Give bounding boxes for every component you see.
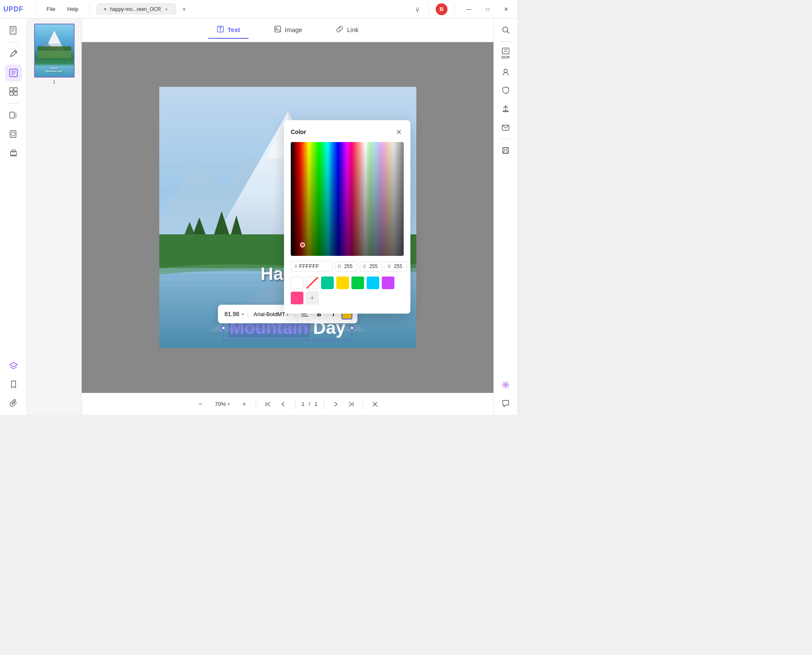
- sidebar-item-bookmark[interactable]: [5, 376, 22, 393]
- sidebar-item-organize[interactable]: [5, 83, 22, 100]
- tab-dropdown-button[interactable]: ∨: [415, 5, 420, 14]
- menu-file[interactable]: File: [43, 4, 60, 14]
- maximize-button[interactable]: □: [480, 3, 495, 15]
- r-input-group[interactable]: R: [335, 261, 357, 271]
- svg-rect-62: [504, 148, 507, 150]
- user-avatar[interactable]: B: [436, 3, 448, 15]
- sep1: [35, 5, 36, 13]
- rs-ai-button[interactable]: [498, 377, 514, 393]
- tab-close-button[interactable]: ×: [163, 6, 169, 12]
- svg-point-59: [504, 69, 507, 72]
- sidebar-item-stamp[interactable]: [5, 144, 22, 161]
- sidebar-item-extract[interactable]: [5, 126, 22, 142]
- tab-text-label: Text: [228, 26, 240, 33]
- hex-value-input[interactable]: [299, 263, 329, 269]
- add-color-button[interactable]: +: [306, 292, 319, 304]
- zoom-out-button[interactable]: −: [194, 398, 206, 410]
- tab-image[interactable]: Image: [265, 22, 311, 39]
- rs-ocr-button[interactable]: OCR: [498, 45, 514, 61]
- swatch-pink[interactable]: [291, 292, 303, 304]
- svg-rect-9: [10, 88, 13, 91]
- sidebar-item-edit[interactable]: [5, 64, 22, 81]
- selection-handle-left: [221, 326, 225, 330]
- rs-protect-button[interactable]: [498, 82, 514, 98]
- rs-share-button[interactable]: [498, 101, 514, 117]
- zoom-dropdown-arrow[interactable]: ▾: [228, 402, 230, 406]
- svg-rect-16: [11, 151, 16, 155]
- swatch-green[interactable]: [351, 276, 364, 289]
- sidebar-item-layers[interactable]: [5, 357, 22, 374]
- dark-overlay: [291, 142, 404, 256]
- swatch-cyan[interactable]: [367, 276, 379, 289]
- swatch-yellow[interactable]: [336, 276, 349, 289]
- rs-ocr-label: OCR: [501, 56, 510, 59]
- rs-recognize-button[interactable]: [498, 64, 514, 80]
- left-sidebar: [0, 19, 27, 415]
- tab-label: happy-mo...reen_OCR: [110, 6, 161, 12]
- titlebar: UPDF File Help ▼ happy-mo...reen_OCR × +…: [0, 0, 517, 19]
- color-picker-close-button[interactable]: ✕: [394, 127, 404, 137]
- rs-search-button[interactable]: [498, 22, 514, 38]
- tab-text[interactable]: Text: [208, 22, 249, 39]
- r-label: R: [338, 264, 341, 269]
- svg-rect-63: [504, 151, 508, 153]
- swatch-transparent[interactable]: [306, 276, 319, 289]
- svg-rect-56: [502, 48, 509, 54]
- nav-last-button[interactable]: [345, 398, 357, 410]
- bottom-toolbar: − 70% ▾ + 1 / 1: [82, 393, 493, 415]
- swatch-white[interactable]: [291, 276, 303, 289]
- color-gradient-picker[interactable]: [291, 142, 404, 256]
- link-tab-icon: [336, 25, 343, 35]
- image-tab-icon: [274, 25, 281, 35]
- tab-link-label: Link: [347, 26, 359, 33]
- rs-sep-1: [500, 41, 512, 42]
- b-value-input[interactable]: [392, 263, 404, 269]
- sep-format-1: [247, 310, 248, 318]
- nav-first-button[interactable]: [262, 398, 274, 410]
- color-picker-header: Color ✕: [291, 127, 404, 137]
- zoom-in-button[interactable]: +: [238, 398, 250, 410]
- sidebar-item-annotate[interactable]: [5, 46, 22, 63]
- sidebar-item-convert[interactable]: [5, 107, 22, 124]
- swatch-purple[interactable]: [382, 276, 394, 289]
- font-size-control[interactable]: 81.98 ▾: [223, 310, 244, 318]
- nav-prev-button[interactable]: [277, 398, 289, 410]
- tab-add-button[interactable]: +: [179, 4, 189, 14]
- rs-save-button[interactable]: [498, 142, 514, 158]
- sidebar-divider-1: [8, 42, 19, 43]
- tab-image-label: Image: [285, 26, 303, 33]
- hex-input-group[interactable]: #: [291, 261, 332, 271]
- selection-handle-right: [350, 326, 354, 330]
- swatch-teal[interactable]: [321, 276, 334, 289]
- b-input-group[interactable]: B: [385, 261, 407, 271]
- r-value-input[interactable]: [343, 263, 354, 269]
- zoom-level-display[interactable]: 70% ▾: [209, 401, 235, 407]
- svg-rect-15: [11, 132, 15, 136]
- app-logo: UPDF: [3, 5, 24, 13]
- rs-email-button[interactable]: [498, 119, 514, 135]
- g-input-group[interactable]: G: [360, 261, 383, 271]
- thumbnail-panel: Happy Mountain Day 1: [27, 19, 82, 415]
- nav-next-button[interactable]: [330, 398, 342, 410]
- rs-comment-button[interactable]: [498, 395, 514, 411]
- tab-link[interactable]: Link: [327, 22, 367, 39]
- sep3: [429, 5, 429, 13]
- minimize-button[interactable]: —: [461, 3, 477, 15]
- sidebar-item-attach[interactable]: [5, 395, 22, 411]
- active-tab[interactable]: ▼ happy-mo...reen_OCR ×: [96, 3, 176, 15]
- color-picker-popup: Color ✕ # R: [284, 120, 410, 314]
- thumbnail-page-1[interactable]: Happy Mountain Day 1: [34, 24, 75, 84]
- font-size-dropdown-arrow[interactable]: ▾: [242, 312, 244, 317]
- main-content: Text Image Link: [82, 19, 493, 415]
- g-value-input[interactable]: [367, 263, 379, 269]
- svg-line-55: [507, 32, 509, 34]
- sidebar-item-read[interactable]: [5, 22, 22, 39]
- close-doc-button[interactable]: [369, 398, 381, 410]
- svg-rect-12: [14, 92, 17, 95]
- b-label: B: [388, 264, 391, 269]
- menu-help[interactable]: Help: [63, 4, 83, 14]
- color-cursor: [300, 242, 305, 247]
- sep2: [89, 5, 90, 13]
- page-canvas[interactable]: Happy Mountain Day 81.98 ▾: [82, 42, 493, 393]
- close-button[interactable]: ✕: [498, 3, 514, 15]
